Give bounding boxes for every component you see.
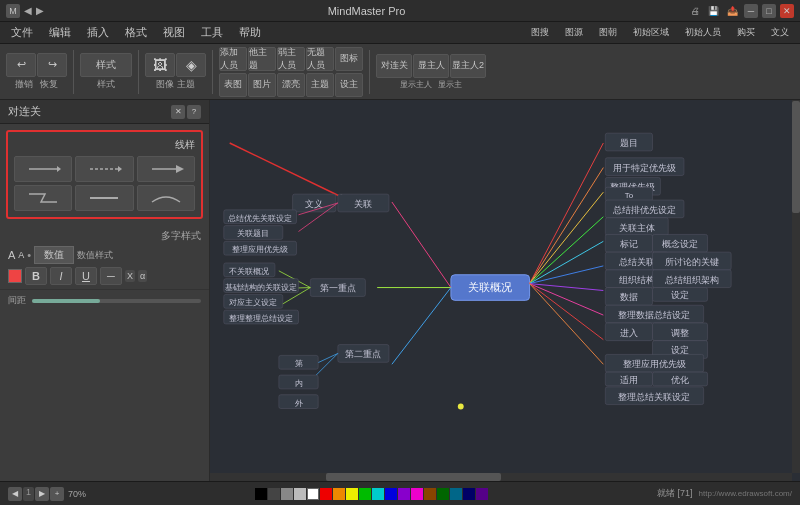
- color-orange[interactable]: [333, 488, 345, 500]
- font-x-sup[interactable]: X: [125, 270, 135, 282]
- menu-insert[interactable]: 插入: [80, 23, 116, 42]
- toolbar-icon-2[interactable]: 💾: [706, 6, 721, 16]
- svg-text:总结组织架构: 总结组织架构: [664, 275, 719, 285]
- panel-help-btn[interactable]: ?: [187, 105, 201, 119]
- menu-extra4[interactable]: 初始区域: [626, 24, 676, 41]
- font-size-label: 数值样式: [77, 249, 113, 262]
- menu-extra7[interactable]: 文义: [764, 24, 796, 41]
- menu-tools[interactable]: 工具: [194, 23, 230, 42]
- add-page-button[interactable]: +: [50, 487, 64, 501]
- horizontal-scrollbar[interactable]: [210, 473, 792, 481]
- color-darkgreen[interactable]: [437, 488, 449, 500]
- color-white[interactable]: [307, 488, 319, 500]
- font-x-sub[interactable]: α: [138, 270, 147, 282]
- font-size-input[interactable]: [34, 246, 74, 264]
- line-style-dashed[interactable]: [75, 156, 133, 182]
- color-brown[interactable]: [424, 488, 436, 500]
- toolbar-icon-3[interactable]: 📤: [725, 6, 740, 16]
- menu-extra5[interactable]: 初始人员: [678, 24, 728, 41]
- color-palette: [255, 488, 488, 500]
- font-controls: A A • 数值样式: [8, 246, 201, 264]
- menu-view[interactable]: 视图: [156, 23, 192, 42]
- color-navy[interactable]: [463, 488, 475, 500]
- menu-help[interactable]: 帮助: [232, 23, 268, 42]
- menu-format[interactable]: 格式: [118, 23, 154, 42]
- undo-button[interactable]: ↩: [6, 53, 36, 77]
- color-teal[interactable]: [450, 488, 462, 500]
- color-red[interactable]: [320, 488, 332, 500]
- color-gray[interactable]: [281, 488, 293, 500]
- theme2-button[interactable]: 主题: [306, 73, 334, 97]
- toolbar: ↩ ↪ 撤销 恢复 样式 样式 🖼 ◈ 图像 主题 添加人员 他主题 弱主人员 …: [0, 44, 800, 100]
- undo-label: 撤销 恢复: [15, 78, 59, 91]
- nav-forward[interactable]: ▶: [36, 5, 44, 16]
- style-button[interactable]: 样式: [80, 53, 132, 77]
- color-pink[interactable]: [411, 488, 423, 500]
- icon-node-button[interactable]: 图标: [335, 47, 363, 71]
- svg-text:关联概况: 关联概况: [468, 281, 512, 293]
- style-label: 样式: [97, 78, 115, 91]
- sub-node-button[interactable]: 他主题: [248, 47, 276, 71]
- svg-text:组织结构: 组织结构: [619, 275, 655, 285]
- color-indigo[interactable]: [476, 488, 488, 500]
- minimize-button[interactable]: ─: [744, 4, 758, 18]
- vertical-scrollbar[interactable]: [792, 100, 800, 473]
- italic-button[interactable]: I: [50, 267, 72, 285]
- line-style-curve[interactable]: [137, 185, 195, 211]
- next-page-button[interactable]: ▶: [35, 487, 49, 501]
- menu-extra6[interactable]: 购买: [730, 24, 762, 41]
- menu-extra1[interactable]: 图搜: [524, 24, 556, 41]
- font-section: 多字样式 A A • 数值样式 B I U ─ X α: [0, 225, 209, 290]
- color-darkgray[interactable]: [268, 488, 280, 500]
- redo-button[interactable]: ↪: [37, 53, 67, 77]
- pic-node-button[interactable]: 图片: [248, 73, 276, 97]
- line-style-straight2[interactable]: [75, 185, 133, 211]
- canvas-area[interactable]: 关联概况 题目 用于特定优先级 整理优先级 To 总结排优先设定: [210, 100, 800, 481]
- color-cyan[interactable]: [372, 488, 384, 500]
- status-text: 就绪 [71]: [657, 487, 693, 500]
- add-node-button[interactable]: 添加人员: [219, 47, 247, 71]
- nice-button[interactable]: 漂亮: [277, 73, 305, 97]
- font-color-swatch[interactable]: [8, 269, 22, 283]
- color-black[interactable]: [255, 488, 267, 500]
- toolbar-group-image: 🖼 ◈ 图像 主题: [145, 53, 206, 91]
- image-button[interactable]: 🖼: [145, 53, 175, 77]
- panel-close-btn[interactable]: ✕: [171, 105, 185, 119]
- color-green[interactable]: [359, 488, 371, 500]
- menu-file[interactable]: 文件: [4, 23, 40, 42]
- underline-button[interactable]: U: [75, 267, 97, 285]
- toolbar-icon-1[interactable]: 🖨: [689, 6, 702, 16]
- line-style-arrow[interactable]: [137, 156, 195, 182]
- no-node-button[interactable]: 无题人员: [306, 47, 334, 71]
- menu-extra2[interactable]: 图源: [558, 24, 590, 41]
- weak-node-button[interactable]: 弱主人员: [277, 47, 305, 71]
- line-styles-title: 线样: [14, 138, 195, 152]
- svg-text:概念设定: 概念设定: [662, 239, 698, 249]
- color-yellow[interactable]: [346, 488, 358, 500]
- close-button[interactable]: ✕: [780, 4, 794, 18]
- prev-page-button[interactable]: ◀: [8, 487, 22, 501]
- show2-button[interactable]: 显主人: [413, 54, 449, 78]
- color-silver[interactable]: [294, 488, 306, 500]
- table-node-button[interactable]: 表图: [219, 73, 247, 97]
- strikethrough-button[interactable]: ─: [100, 267, 122, 285]
- line-styles-panel: 线样: [6, 130, 203, 219]
- maximize-button[interactable]: □: [762, 4, 776, 18]
- line-style-straight[interactable]: [14, 156, 72, 182]
- nav-back[interactable]: ◀: [24, 5, 32, 16]
- menu-extra3[interactable]: 图朝: [592, 24, 624, 41]
- show3-button[interactable]: 显主人2: [450, 54, 486, 78]
- menu-edit[interactable]: 编辑: [42, 23, 78, 42]
- svg-text:标记: 标记: [619, 239, 638, 249]
- color-blue[interactable]: [385, 488, 397, 500]
- spacing-slider[interactable]: [32, 299, 201, 303]
- bold-button[interactable]: B: [25, 267, 47, 285]
- show1-button[interactable]: 对连关: [376, 54, 412, 78]
- set-button[interactable]: 设主: [335, 73, 363, 97]
- line-style-zcurve[interactable]: [14, 185, 72, 211]
- sep3: [212, 50, 213, 94]
- svg-text:整理整理总结设定: 整理整理总结设定: [229, 314, 293, 323]
- font-dot: •: [27, 249, 31, 261]
- theme-button[interactable]: ◈: [176, 53, 206, 77]
- color-purple[interactable]: [398, 488, 410, 500]
